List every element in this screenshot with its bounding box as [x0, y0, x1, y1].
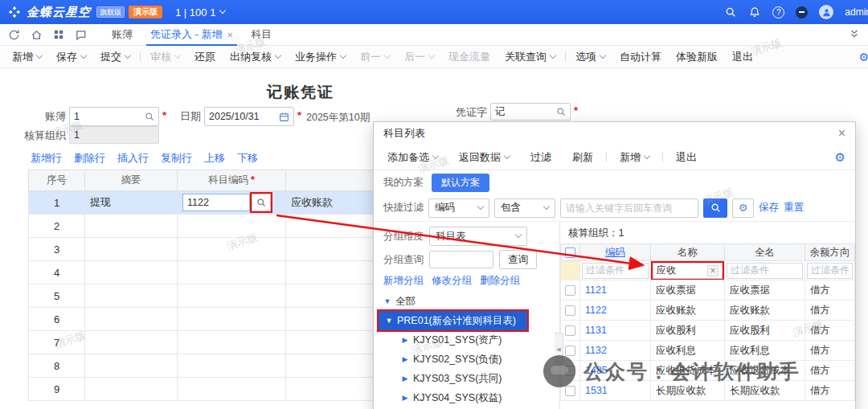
home-icon[interactable] — [31, 29, 43, 41]
search-icon[interactable] — [724, 6, 737, 18]
header-name[interactable]: 名称 — [651, 244, 725, 261]
edit-group-link[interactable]: 修改分组 — [432, 274, 472, 288]
row-checkbox[interactable] — [565, 386, 575, 396]
sync-icon[interactable] — [8, 29, 20, 41]
account-code[interactable]: 1531 — [580, 381, 651, 401]
row-checkbox[interactable] — [565, 366, 575, 376]
clear-icon[interactable]: × — [707, 265, 719, 276]
row-number[interactable]: 1 — [29, 191, 85, 215]
tab-accounts[interactable]: 科目 — [242, 24, 280, 46]
menu-item-save[interactable]: 保存 — [49, 50, 93, 64]
status-minus-icon[interactable] — [796, 6, 808, 18]
dialog-return-data[interactable]: 返回数据 — [448, 150, 520, 165]
account-row[interactable]: 1131 应收股利 应收股利 借方 — [561, 321, 855, 341]
row-checkbox-cell[interactable] — [561, 301, 580, 321]
direction-filter-cell[interactable]: 过滤条件 — [805, 261, 855, 280]
select-all-checkbox[interactable] — [565, 247, 575, 258]
empty-cell[interactable] — [85, 261, 178, 284]
row-number[interactable]: 2 — [29, 215, 85, 238]
tree-item-all[interactable]: ▼ 全部 — [374, 292, 559, 311]
account-lookup-button[interactable] — [252, 194, 271, 211]
empty-cell[interactable] — [178, 331, 286, 354]
account-code[interactable]: 1122 — [580, 301, 651, 321]
account-row[interactable]: 1531 长期应收款 长期应收款 借方 — [561, 381, 855, 401]
tree-item-kjys03[interactable]: ▶ KJYS03_SYS(共同) — [374, 369, 559, 388]
dialog-add-candidates[interactable]: 添加备选 — [377, 150, 448, 165]
dialog-refresh[interactable]: 刷新 — [562, 150, 604, 165]
row-checkbox-cell[interactable] — [561, 341, 580, 361]
name-filter-cell[interactable]: 应收× — [651, 261, 725, 280]
avatar[interactable] — [819, 5, 833, 19]
row-number[interactable]: 8 — [29, 354, 85, 378]
row-number[interactable]: 4 — [29, 261, 85, 284]
account-code-cell[interactable]: 1122 — [178, 191, 286, 215]
row-number[interactable]: 9 — [29, 378, 85, 401]
row-checkbox[interactable] — [565, 285, 575, 296]
menu-item-related-query[interactable]: 关联查询 — [497, 50, 563, 64]
menu-item-submit[interactable]: 提交 — [93, 50, 137, 64]
menu-item-try-new-version[interactable]: 体验新版 — [669, 50, 725, 64]
row-checkbox-cell[interactable] — [561, 361, 580, 381]
fullname-filter-cell[interactable]: 过滤条件 — [725, 261, 805, 280]
empty-cell[interactable] — [178, 354, 286, 378]
tab-account-books[interactable]: 账簿 — [103, 24, 141, 46]
help-icon[interactable]: ? — [772, 6, 784, 18]
default-scheme-button[interactable]: 默认方案 — [432, 174, 489, 192]
row-checkbox[interactable] — [565, 305, 575, 316]
insert-row-link[interactable]: 插入行 — [117, 151, 149, 166]
menu-item-options[interactable]: 选项 — [568, 50, 612, 64]
menu-item-auto-calculate[interactable]: 自动计算 — [612, 50, 669, 64]
close-icon[interactable]: × — [838, 127, 845, 140]
dialog-filter[interactable]: 过滤 — [520, 150, 562, 165]
name-filter-input[interactable]: 应收× — [653, 263, 723, 279]
row-number[interactable]: 7 — [29, 331, 85, 354]
account-row[interactable]: 1122 应收账款 应收账款 借方 — [561, 301, 855, 321]
filter-operator-select[interactable]: 包含 — [494, 198, 555, 218]
account-row[interactable]: 1121 应收票据 应收票据 借方 — [561, 280, 855, 301]
chat-icon[interactable] — [75, 29, 87, 41]
collapse-panel-handle[interactable]: ◀ — [555, 333, 563, 366]
move-up-link[interactable]: 上移 — [204, 151, 225, 166]
add-row-link[interactable]: 新增行 — [31, 151, 62, 166]
move-down-link[interactable]: 下移 — [237, 151, 258, 166]
gear-icon[interactable]: ⚙ — [835, 150, 852, 165]
empty-cell[interactable] — [85, 238, 178, 261]
account-code[interactable]: 1485 — [580, 361, 651, 381]
delete-group-link[interactable]: 删除分组 — [480, 274, 520, 288]
book-input[interactable]: 1 — [69, 107, 159, 126]
row-number[interactable]: 3 — [29, 238, 85, 261]
fullname-filter-input[interactable]: 过滤条件 — [727, 263, 803, 279]
save-scheme-link[interactable]: 保存 — [759, 201, 779, 215]
menu-item-new[interactable]: 新增 — [5, 50, 49, 64]
notification-bell-icon[interactable] — [748, 6, 761, 18]
group-query-input[interactable] — [429, 251, 493, 268]
tree-item-kjys04[interactable]: ▶ KJYS04_SYS(权益) — [374, 388, 559, 407]
lookup-magnifier-icon[interactable] — [145, 112, 154, 121]
menu-item-cashier-review[interactable]: 出纳复核 — [223, 50, 288, 64]
select-all-cell[interactable] — [561, 244, 580, 261]
account-code[interactable]: 1132 — [580, 341, 651, 361]
header-direction[interactable]: 余额方向 — [805, 244, 855, 261]
apps-grid-icon[interactable] — [53, 29, 64, 40]
menu-item-exit[interactable]: 退出 — [725, 50, 760, 64]
row-number[interactable]: 5 — [29, 284, 85, 308]
direction-filter-input[interactable]: 过滤条件 — [807, 263, 853, 279]
gear-icon[interactable]: ⚙ — [858, 51, 868, 63]
empty-cell[interactable] — [178, 378, 286, 401]
empty-cell[interactable] — [178, 238, 286, 261]
keyword-input[interactable] — [560, 198, 698, 218]
row-checkbox-cell[interactable] — [561, 321, 580, 341]
org-selector[interactable]: 1 | 100 1 — [175, 6, 225, 18]
empty-cell[interactable] — [85, 354, 178, 378]
group-query-button[interactable]: 查询 — [499, 250, 537, 269]
tree-item-kjys02[interactable]: ▶ KJYS02_SYS(负债) — [374, 350, 559, 369]
close-tab-icon[interactable]: × — [227, 30, 234, 40]
add-group-link[interactable]: 新增分组 — [383, 274, 424, 288]
row-number[interactable]: 6 — [29, 308, 85, 331]
empty-cell[interactable] — [85, 284, 178, 308]
tree-item-pre01[interactable]: ▼ PRE01(新会计准则科目表) — [379, 311, 527, 330]
copy-row-link[interactable]: 复制行 — [161, 151, 192, 166]
delete-row-link[interactable]: 删除行 — [74, 151, 105, 166]
code-filter-input[interactable]: 过滤条件 — [582, 263, 649, 279]
empty-cell[interactable] — [85, 215, 178, 238]
